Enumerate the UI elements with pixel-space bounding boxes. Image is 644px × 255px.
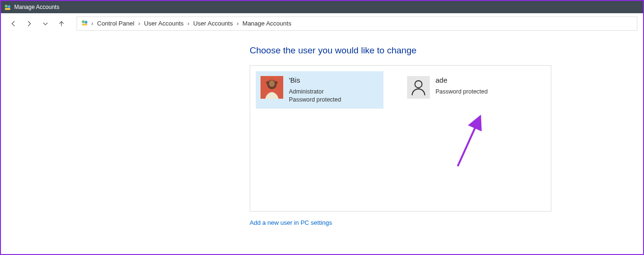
nav-forward-button[interactable] bbox=[23, 17, 36, 30]
avatar bbox=[261, 76, 283, 99]
account-card-ade[interactable]: ade Password protected bbox=[402, 71, 530, 109]
content: Choose the user you would like to change… bbox=[1, 34, 643, 226]
chevron-right-icon: › bbox=[138, 20, 140, 27]
nav-back-button[interactable] bbox=[7, 17, 20, 30]
svg-point-8 bbox=[269, 80, 275, 87]
account-role: Administrator bbox=[289, 88, 341, 96]
add-user-link[interactable]: Add a new user in PC settings bbox=[250, 219, 332, 226]
svg-point-0 bbox=[5, 5, 8, 8]
chevron-right-icon: › bbox=[91, 20, 93, 27]
svg-point-1 bbox=[8, 5, 10, 8]
accounts-list: 'Bis Administrator Password protected ad… bbox=[256, 71, 545, 109]
page-heading: Choose the user you would like to change bbox=[250, 45, 643, 56]
account-card-bis[interactable]: 'Bis Administrator Password protected bbox=[256, 71, 383, 109]
breadcrumb-item[interactable]: User Accounts bbox=[192, 19, 234, 28]
window-title: Manage Accounts bbox=[14, 4, 59, 10]
svg-point-4 bbox=[85, 21, 87, 24]
user-accounts-icon bbox=[81, 19, 88, 28]
account-protection: Password protected bbox=[435, 88, 487, 96]
breadcrumb-item[interactable]: Manage Accounts bbox=[242, 19, 292, 28]
breadcrumb[interactable]: › Control Panel › User Accounts › User A… bbox=[77, 17, 637, 31]
svg-rect-5 bbox=[82, 24, 87, 26]
accounts-panel: 'Bis Administrator Password protected ad… bbox=[250, 65, 551, 212]
breadcrumb-item[interactable]: Control Panel bbox=[96, 19, 135, 28]
svg-point-9 bbox=[266, 81, 269, 84]
svg-point-11 bbox=[415, 81, 422, 88]
svg-point-10 bbox=[275, 81, 278, 84]
svg-point-3 bbox=[82, 20, 85, 23]
breadcrumb-item[interactable]: User Accounts bbox=[143, 19, 184, 28]
nav-recent-dropdown[interactable] bbox=[39, 17, 52, 30]
account-info: 'Bis Administrator Password protected bbox=[289, 76, 341, 104]
titlebar: Manage Accounts bbox=[1, 1, 643, 13]
toolbar: › Control Panel › User Accounts › User A… bbox=[1, 13, 643, 34]
account-info: ade Password protected bbox=[435, 76, 487, 96]
account-name: 'Bis bbox=[289, 76, 341, 84]
chevron-right-icon: › bbox=[236, 20, 238, 27]
nav-up-button[interactable] bbox=[55, 17, 68, 30]
svg-rect-2 bbox=[5, 8, 10, 10]
user-accounts-icon bbox=[4, 3, 11, 11]
account-name: ade bbox=[435, 76, 487, 84]
chevron-right-icon: › bbox=[187, 20, 189, 27]
account-protection: Password protected bbox=[289, 96, 341, 104]
avatar bbox=[407, 76, 430, 99]
